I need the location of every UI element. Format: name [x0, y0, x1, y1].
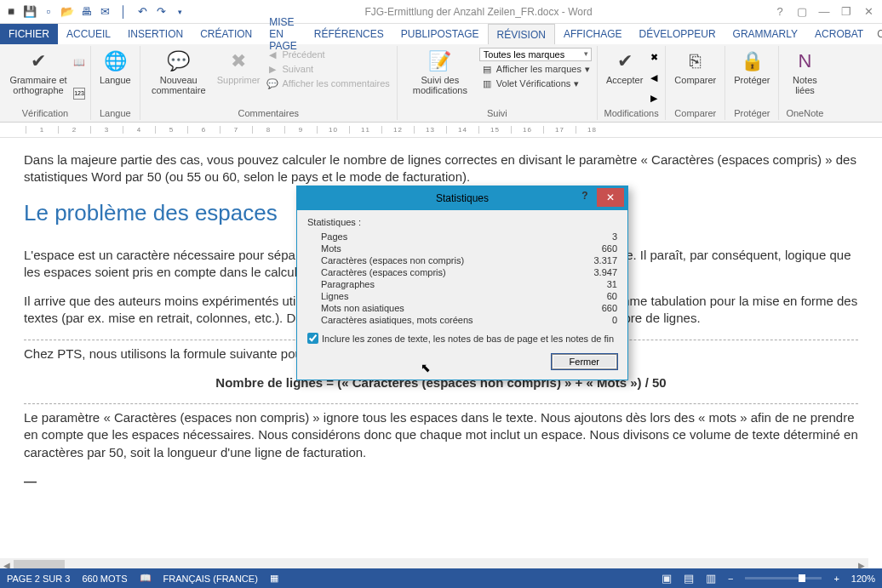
- status-words[interactable]: 660 MOTS: [82, 574, 127, 584]
- new-icon[interactable]: ▫: [41, 4, 56, 20]
- print-layout-icon[interactable]: ▤: [684, 572, 694, 585]
- include-checkbox-input[interactable]: [307, 333, 318, 344]
- title-bar: ◾ 💾 ▫ 📂 🖶 ✉ │ ↶ ↷ ▾ FJG-Ermittlung der A…: [0, 0, 882, 24]
- onenote-button[interactable]: N Notes liées: [784, 48, 825, 108]
- next-change-icon[interactable]: ▶: [648, 93, 660, 105]
- stat-row-chars-nospace: Caractères (espaces non compris)3.317: [307, 254, 617, 266]
- email-icon[interactable]: ✉: [97, 4, 112, 20]
- ribbon-display-icon[interactable]: ▢: [792, 3, 812, 20]
- group-suivi-label: Suivi: [403, 108, 592, 120]
- paragraph-6[interactable]: Le paramètre « Caractères (espaces non c…: [24, 409, 858, 461]
- stat-row-paragraphes: Paragraphes31: [307, 278, 617, 290]
- zoom-in-icon[interactable]: +: [833, 574, 839, 584]
- comment-delete-icon: ✖: [231, 49, 246, 73]
- dialog-close-icon[interactable]: ✕: [597, 188, 624, 207]
- paragraph-1[interactable]: Dans la majeure partie des cas, vous pou…: [24, 151, 858, 186]
- group-onenote: N Notes liées OneNote: [779, 46, 830, 120]
- tab-revision[interactable]: RÉVISION: [488, 24, 555, 44]
- grammar-label: Grammaire et orthographe: [9, 75, 68, 95]
- show-markup-button[interactable]: ▤Afficher les marques ▾: [479, 62, 592, 76]
- tab-mise-en-page[interactable]: MISE EN PAGE: [261, 24, 305, 44]
- minimize-icon[interactable]: —: [814, 3, 834, 20]
- dialog-header: Statistiques :: [307, 217, 617, 227]
- tab-insertion[interactable]: INSERTION: [119, 24, 192, 44]
- redo-icon[interactable]: ↷: [153, 4, 169, 20]
- open-icon[interactable]: 📂: [60, 4, 75, 20]
- macro-icon[interactable]: ▦: [270, 573, 278, 584]
- delete-comment-button[interactable]: ✖ Supprimer: [214, 48, 264, 108]
- wordcount-icon[interactable]: 123: [73, 88, 85, 100]
- thesaurus-icon[interactable]: 📖: [73, 57, 85, 69]
- dialog-help-icon[interactable]: ?: [576, 190, 593, 202]
- grammar-button[interactable]: ✔ Grammaire et orthographe: [5, 48, 72, 108]
- tab-references[interactable]: RÉFÉRENCES: [306, 24, 392, 44]
- status-bar: PAGE 2 SUR 3 660 MOTS 📖 FRANÇAIS (FRANCE…: [0, 568, 882, 588]
- context-divider-2: [24, 403, 858, 404]
- new-comment-label: Nouveau commentaire: [149, 75, 209, 95]
- protect-label: Protéger: [734, 75, 770, 85]
- tab-accueil[interactable]: ACCUEIL: [58, 24, 119, 44]
- language-label: Langue: [100, 75, 131, 85]
- save-icon[interactable]: 💾: [22, 4, 37, 20]
- prev-comment-button[interactable]: ◀Précédent: [265, 48, 391, 61]
- status-page[interactable]: PAGE 2 SUR 3: [7, 574, 70, 584]
- language-button[interactable]: 🌐 Langue: [96, 48, 135, 108]
- group-proteger: 🔒 Protéger Protéger: [725, 46, 779, 120]
- new-comment-button[interactable]: 💬 Nouveau commentaire: [146, 48, 212, 108]
- tab-file[interactable]: FICHIER: [0, 24, 58, 44]
- next-comment-button[interactable]: ▶Suivant: [265, 62, 391, 76]
- delete-comment-label: Supprimer: [217, 75, 261, 85]
- lock-icon: 🔒: [741, 49, 764, 73]
- undo-icon[interactable]: ↶: [135, 4, 150, 20]
- prev-change-icon[interactable]: ◀: [648, 72, 660, 84]
- group-verification: ✔ Grammaire et orthographe 📖 123 Vérific…: [0, 46, 91, 120]
- show-comments-icon: 💬: [266, 77, 278, 89]
- tab-affichage[interactable]: AFFICHAGE: [555, 24, 631, 44]
- reject-icon[interactable]: ✖: [648, 52, 660, 64]
- tab-grammarly[interactable]: GRAMMARLY: [724, 24, 806, 44]
- include-textboxes-checkbox[interactable]: Inclure les zones de texte, les notes de…: [307, 333, 617, 344]
- proofing-icon[interactable]: 📖: [140, 573, 152, 584]
- read-mode-icon[interactable]: ▣: [662, 572, 672, 585]
- stat-row-mots-nonasia: Mots non asiatiques660: [307, 302, 617, 314]
- print-icon[interactable]: 🖶: [78, 4, 94, 20]
- tab-developpeur[interactable]: DÉVELOPPEUR: [631, 24, 724, 44]
- accept-label: Accepter: [606, 75, 643, 85]
- restore-icon[interactable]: ❐: [836, 3, 856, 20]
- user-account[interactable]: Christoph...: [872, 24, 882, 44]
- prev-icon: ◀: [266, 49, 278, 60]
- qat-sep: │: [116, 4, 131, 20]
- word-app-icon: ◾: [3, 4, 19, 20]
- web-layout-icon[interactable]: ▥: [706, 572, 716, 585]
- group-onenote-label: OneNote: [784, 108, 825, 120]
- markup-display-select[interactable]: Toutes les marques: [479, 48, 592, 61]
- status-language[interactable]: FRANÇAIS (FRANCE): [163, 574, 258, 584]
- include-checkbox-label: Inclure les zones de texte, les notes de…: [322, 334, 614, 344]
- onenote-label: Notes liées: [788, 75, 822, 95]
- tab-creation[interactable]: CRÉATION: [192, 24, 261, 44]
- user-name: Christoph...: [877, 28, 882, 40]
- tab-publipostage[interactable]: PUBLIPOSTAGE: [392, 24, 488, 44]
- horizontal-ruler[interactable]: 123456789101112131415161718: [0, 123, 882, 138]
- compare-button[interactable]: ⎘ Comparer: [671, 48, 719, 108]
- zoom-out-icon[interactable]: −: [728, 574, 733, 584]
- track-changes-button[interactable]: 📝 Suivi des modifications: [403, 48, 478, 108]
- group-modifications-label: Modifications: [603, 108, 660, 120]
- zoom-level[interactable]: 120%: [851, 574, 875, 584]
- dialog-titlebar[interactable]: Statistiques ? ✕: [297, 186, 627, 210]
- stat-row-mots: Mots660: [307, 243, 617, 254]
- protect-button[interactable]: 🔒 Protéger: [730, 48, 773, 108]
- accept-button[interactable]: ✔ Accepter: [603, 48, 646, 108]
- reviewing-pane-button[interactable]: ▥Volet Vérifications ▾: [479, 77, 592, 90]
- show-comments-button[interactable]: 💬Afficher les commentaires: [265, 77, 391, 90]
- close-window-icon[interactable]: ✕: [858, 3, 879, 20]
- tab-acrobat[interactable]: ACROBAT: [806, 24, 872, 44]
- help-icon[interactable]: ?: [770, 3, 790, 20]
- accept-icon: ✔: [617, 49, 633, 73]
- qat-customize-icon[interactable]: ▾: [172, 4, 187, 20]
- group-language: 🌐 Langue Langue: [91, 46, 140, 120]
- comment-new-icon: 💬: [167, 49, 190, 73]
- track-changes-label: Suivi des modifications: [406, 75, 474, 95]
- close-button[interactable]: Fermer: [552, 354, 617, 369]
- zoom-slider[interactable]: [745, 577, 822, 579]
